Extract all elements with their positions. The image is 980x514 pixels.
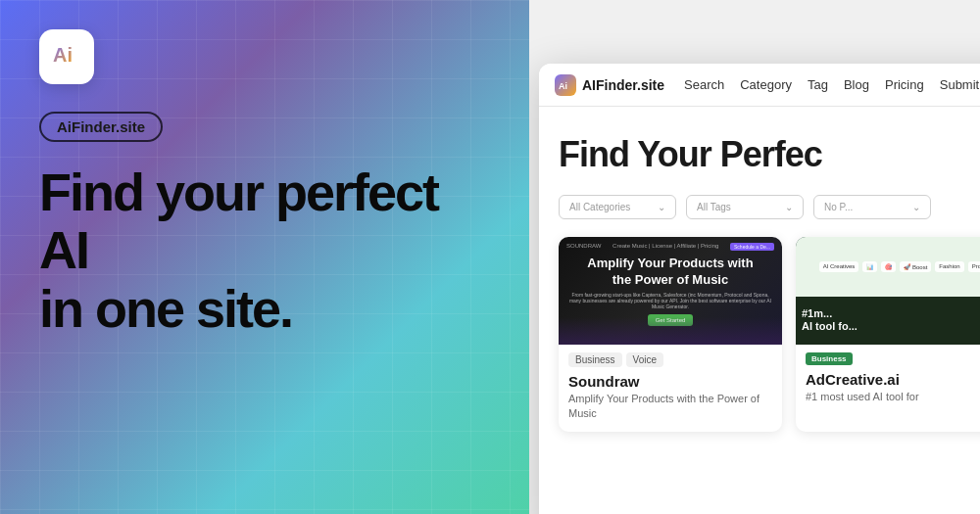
tag-business[interactable]: Business	[568, 352, 622, 367]
adcreative-bottom-panel: #1m...AI tool fo...	[796, 297, 980, 346]
card-soundraw-desc: Amplify Your Products with the Power of …	[559, 392, 782, 432]
soundraw-card-title: Amplify Your Products withthe Power of M…	[579, 256, 760, 289]
cards-grid: SOUNDRAW Create Music | License | Affili…	[559, 237, 980, 432]
soundraw-nav-bar: SOUNDRAW Create Music | License | Affili…	[559, 243, 782, 251]
adcreative-thumbnails: AI Creatives 📊 🎯 🚀 Boost Fashion Product	[816, 258, 980, 275]
adcreative-top-panel: AI Creatives 📊 🎯 🚀 Boost Fashion Product	[796, 237, 980, 297]
nav-link-pricing[interactable]: Pricing	[885, 77, 924, 92]
soundraw-card-subtitle: From fast-growing start-ups like Capterr…	[569, 292, 771, 309]
card-adcreative[interactable]: AI Creatives 📊 🎯 🚀 Boost Fashion Product	[796, 237, 980, 432]
app-logo-icon: Ai	[51, 38, 82, 75]
hero-left-panel: Ai AiFinder.site Find your perfect AI in…	[0, 0, 529, 514]
hero-title-line1: Find your perfect AI	[39, 163, 438, 279]
nav-link-submit[interactable]: Submit	[940, 77, 979, 92]
nav-link-tag[interactable]: Tag	[808, 77, 828, 92]
card-adcreative-name: AdCreative.ai	[796, 365, 980, 390]
nav-link-blog[interactable]: Blog	[844, 77, 869, 92]
right-panel: Ai AIFinder.site Search Category Tag Blo…	[529, 0, 980, 514]
browser-logo-text: AIFinder.site	[582, 77, 664, 93]
browser-logo-icon: Ai	[555, 74, 576, 96]
browser-content: Find Your Perfec All Categories ⌄ All Ta…	[539, 107, 980, 447]
card-soundraw-image: SOUNDRAW Create Music | License | Affili…	[559, 237, 782, 345]
browser-nav-links: Search Category Tag Blog Pricing Submit	[684, 77, 979, 92]
filter-tags[interactable]: All Tags ⌄	[686, 195, 804, 219]
site-hero-title: Find Your Perfec	[559, 134, 980, 175]
main-container: Ai AiFinder.site Find your perfect AI in…	[0, 0, 980, 514]
browser-navbar: Ai AIFinder.site Search Category Tag Blo…	[539, 64, 980, 107]
card-soundraw[interactable]: SOUNDRAW Create Music | License | Affili…	[559, 237, 782, 432]
brand-badge[interactable]: AiFinder.site	[39, 112, 163, 142]
filter-pricing-label: No P...	[824, 202, 853, 212]
card-adcreative-image: AI Creatives 📊 🎯 🚀 Boost Fashion Product	[796, 237, 980, 345]
browser-logo: Ai AIFinder.site	[555, 74, 664, 96]
card-soundraw-name: Soundraw	[559, 367, 782, 392]
nav-link-category[interactable]: Category	[740, 77, 792, 92]
chevron-down-icon: ⌄	[912, 202, 920, 212]
svg-text:Ai: Ai	[559, 81, 567, 91]
filter-row: All Categories ⌄ All Tags ⌄ No P... ⌄	[559, 195, 980, 219]
filter-tags-label: All Tags	[697, 202, 731, 212]
tag-voice[interactable]: Voice	[626, 352, 663, 367]
filter-categories-label: All Categories	[569, 202, 630, 212]
browser-window: Ai AIFinder.site Search Category Tag Blo…	[539, 64, 980, 514]
card-adcreative-desc: #1 most used AI tool for	[796, 390, 980, 414]
soundraw-bg-gradient	[559, 317, 782, 345]
nav-link-search[interactable]: Search	[684, 77, 724, 92]
adcreative-hero-text: #1m...AI tool fo...	[802, 307, 858, 333]
filter-pricing[interactable]: No P... ⌄	[813, 195, 931, 219]
logo-box: Ai	[39, 29, 94, 84]
chevron-down-icon: ⌄	[785, 202, 793, 212]
svg-text:Ai: Ai	[53, 44, 73, 66]
hero-title: Find your perfect AI in one site.	[39, 164, 490, 338]
chevron-down-icon: ⌄	[658, 202, 665, 212]
hero-title-line2: in one site.	[39, 279, 292, 338]
tag-business-green[interactable]: Business	[806, 352, 853, 365]
card-soundraw-tags: Business Voice	[559, 345, 782, 367]
card-adcreative-tags: Business	[796, 345, 980, 365]
adcreative-overlay: AI Creatives 📊 🎯 🚀 Boost Fashion Product	[796, 237, 980, 345]
left-content: Ai AiFinder.site Find your perfect AI in…	[0, 0, 529, 367]
filter-categories[interactable]: All Categories ⌄	[559, 195, 676, 219]
